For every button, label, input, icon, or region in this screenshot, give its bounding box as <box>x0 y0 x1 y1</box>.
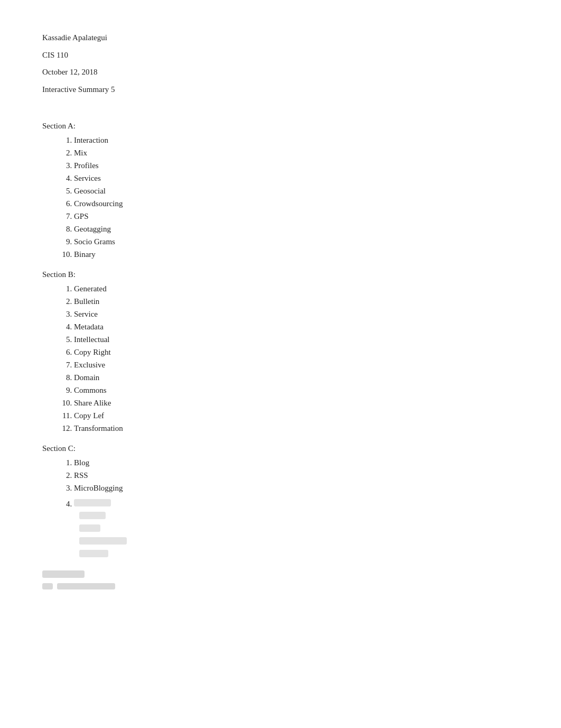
document-title: Interactive Summary 5 <box>42 84 519 96</box>
list-item <box>74 497 519 560</box>
section-c-title: Section C: <box>42 444 519 453</box>
section-c: Section C: Blog RSS MicroBlogging <box>42 444 519 560</box>
list-item: MicroBlogging <box>74 482 519 494</box>
section-c-list: Blog RSS MicroBlogging <box>74 456 519 560</box>
section-b-list: Generated Bulletin Service Metadata Inte… <box>74 282 519 435</box>
section-a: Section A: Interaction Mix Profiles Serv… <box>42 122 519 261</box>
list-item: Blog <box>74 456 519 469</box>
list-item: Mix <box>74 146 519 159</box>
redacted-content <box>74 499 519 560</box>
list-item: Interaction <box>74 134 519 146</box>
section-b: Section B: Generated Bulletin Service Me… <box>42 270 519 435</box>
list-item: Profiles <box>74 159 519 172</box>
list-item: Commons <box>74 384 519 397</box>
list-item: Copy Right <box>74 346 519 358</box>
section-b-title: Section B: <box>42 270 519 279</box>
list-item: Generated <box>74 282 519 295</box>
list-item: Services <box>74 172 519 185</box>
author-name: Kassadie Apalategui <box>42 32 519 44</box>
list-item: Crowdsourcing <box>74 197 519 210</box>
list-item: Exclusive <box>74 358 519 371</box>
list-item: Geosocial <box>74 185 519 197</box>
list-item: Service <box>74 308 519 320</box>
footer-redacted-section <box>42 570 519 592</box>
list-item: Share Alike <box>74 397 519 409</box>
course-name: CIS 110 <box>42 49 519 61</box>
list-item: GPS <box>74 210 519 223</box>
date: October 12, 2018 <box>42 66 519 78</box>
list-item: RSS <box>74 469 519 482</box>
list-item: Geotagging <box>74 223 519 235</box>
section-a-list: Interaction Mix Profiles Services Geosoc… <box>74 134 519 261</box>
list-item: Copy Lef <box>74 409 519 422</box>
list-item: Metadata <box>74 320 519 333</box>
list-item: Transformation <box>74 422 519 435</box>
list-item: Bulletin <box>74 295 519 308</box>
section-a-title: Section A: <box>42 122 519 131</box>
list-item: Intellectual <box>74 333 519 346</box>
list-item: Domain <box>74 371 519 384</box>
list-item: Socio Grams <box>74 235 519 248</box>
list-item: Binary <box>74 248 519 261</box>
